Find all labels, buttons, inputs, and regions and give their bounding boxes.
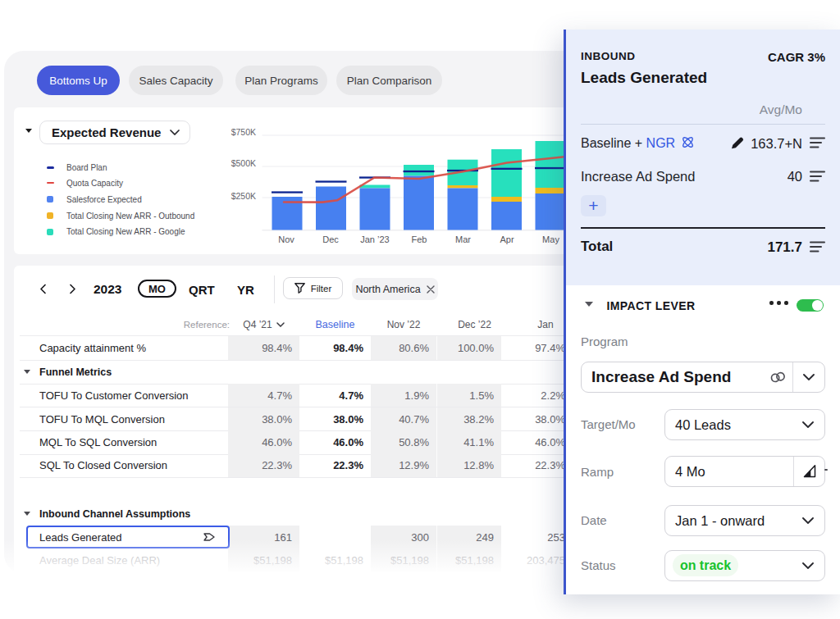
svg-text:Dec: Dec bbox=[322, 234, 339, 244]
svg-text:Mar: Mar bbox=[455, 234, 471, 244]
svg-text:Nov: Nov bbox=[278, 234, 294, 244]
svg-text:Jan ’23: Jan ’23 bbox=[360, 234, 389, 244]
svg-text:Apr: Apr bbox=[500, 234, 514, 244]
svg-text:Feb: Feb bbox=[412, 234, 427, 244]
svg-text:May: May bbox=[542, 234, 559, 244]
